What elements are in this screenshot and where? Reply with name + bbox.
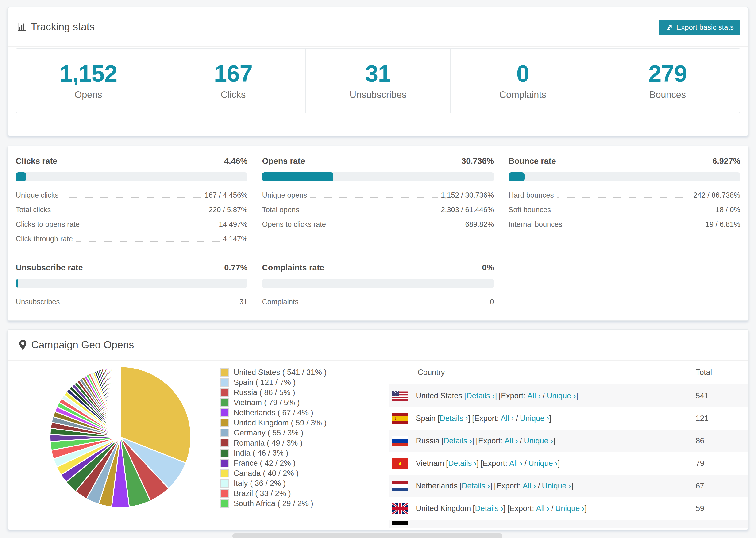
total-value: 79 xyxy=(696,459,748,468)
total-value: 86 xyxy=(696,436,748,445)
export-basic-stats-button[interactable]: Export basic stats xyxy=(659,20,740,35)
export-all-link[interactable]: All › xyxy=(536,504,549,512)
export-unique-link[interactable]: Unique › xyxy=(528,459,558,467)
flag-icon-united-kingdom xyxy=(392,503,408,514)
flag-icon-russia xyxy=(392,436,408,446)
total-value: 67 xyxy=(696,481,748,490)
map-pin-icon xyxy=(18,340,27,350)
complaints-count: 0 xyxy=(516,62,529,85)
export-all-link[interactable]: All › xyxy=(505,436,518,445)
dotted-leader xyxy=(329,227,462,227)
legend-swatch xyxy=(220,439,229,447)
total-value: 59 xyxy=(696,504,748,513)
legend-item: India ( 46 / 3% ) xyxy=(220,448,352,458)
details-link[interactable]: Details › xyxy=(440,414,468,422)
total-column-header: Total xyxy=(696,368,748,377)
progress-track xyxy=(509,172,740,181)
export-unique-link[interactable]: Unique › xyxy=(542,481,571,490)
progress-fill xyxy=(509,172,524,181)
table-row: United Kingdom[Details ›][Export:All ›/U… xyxy=(389,497,748,520)
stat-row: Clicks to opens rate14.497% xyxy=(16,220,247,229)
stat-row: Complaints0 xyxy=(262,297,494,306)
page-title: Tracking stats xyxy=(31,21,95,32)
details-link[interactable]: Details › xyxy=(448,459,477,467)
export-unique-link[interactable]: Unique › xyxy=(547,391,576,400)
dotted-leader xyxy=(303,212,438,212)
export-unique-link[interactable]: Unique › xyxy=(555,504,585,512)
legend-item: Russia ( 86 / 5% ) xyxy=(220,387,352,398)
legend-swatch xyxy=(220,469,229,477)
export-icon xyxy=(665,24,673,31)
stat-row: Total clicks220 / 5.87% xyxy=(16,206,247,214)
details-link[interactable]: Details › xyxy=(466,391,495,400)
progress-track xyxy=(262,172,494,181)
legend-item: Netherlands ( 67 / 4% ) xyxy=(220,407,352,418)
bounce-rate-block: Bounce rate 6.927% Hard bounces242 / 86.… xyxy=(509,156,740,249)
export-all-link[interactable]: All › xyxy=(523,481,536,490)
stat-row: Soft bounces18 / 0% xyxy=(509,206,740,214)
rates-row-2: Unsubscribe rate 0.77% Unsubscribes31 Co… xyxy=(16,263,740,312)
table-row: Russia[Details ›][Export:All ›/Unique ›]… xyxy=(389,430,748,452)
tracking-stats-header: Tracking stats Export basic stats xyxy=(8,7,748,47)
tracking-stats-card: Tracking stats Export basic stats 1,152 … xyxy=(7,7,749,136)
details-link[interactable]: Details › xyxy=(461,481,490,490)
progress-fill xyxy=(16,279,18,288)
legend-swatch xyxy=(220,429,229,437)
rate-title: Bounce rate xyxy=(509,156,556,166)
campaign-geo-opens-card: Campaign Geo Opens United States ( 541 /… xyxy=(7,329,749,530)
total-value: 541 xyxy=(696,391,748,400)
legend-item: Italy ( 36 / 2% ) xyxy=(220,478,352,488)
summary-card-clicks: 167 Clicks xyxy=(161,49,306,113)
country-name: Netherlands xyxy=(416,481,458,490)
legend-item: United Kingdom ( 59 / 3% ) xyxy=(220,418,352,428)
details-link[interactable]: Details › xyxy=(444,436,472,445)
export-all-link[interactable]: All › xyxy=(509,459,523,467)
legend-item: France ( 42 / 2% ) xyxy=(220,458,352,468)
legend-swatch xyxy=(220,449,229,457)
legend-item: Canada ( 40 / 2% ) xyxy=(220,468,352,478)
dotted-leader xyxy=(76,241,220,242)
flag-icon-netherlands xyxy=(392,481,408,491)
rates-card: Clicks rate 4.46% Unique clicks167 / 4.4… xyxy=(7,145,749,321)
horizontal-scrollbar-thumb[interactable] xyxy=(233,533,503,538)
flag-icon-germany xyxy=(392,521,408,525)
total-value: 121 xyxy=(696,414,748,423)
country-name: Vietnam xyxy=(416,459,444,467)
opens-count: 1,152 xyxy=(60,62,117,85)
stat-row: Unique clicks167 / 4.456% xyxy=(16,191,247,199)
stat-row: Total opens2,303 / 61.446% xyxy=(262,206,494,214)
legend-swatch xyxy=(220,479,229,488)
dotted-leader xyxy=(566,227,702,227)
table-row-partial xyxy=(389,520,748,528)
rate-value: 0% xyxy=(482,263,494,272)
dotted-leader xyxy=(54,212,205,212)
country-name: Spain xyxy=(416,414,436,422)
rate-value: 0.77% xyxy=(224,263,247,272)
dashboard-page: Tracking stats Export basic stats 1,152 … xyxy=(0,0,756,538)
unsubscribe-rate-block: Unsubscribe rate 0.77% Unsubscribes31 xyxy=(16,263,247,312)
geo-header: Campaign Geo Opens xyxy=(8,330,748,360)
dotted-leader xyxy=(63,304,236,304)
details-link[interactable]: Details › xyxy=(475,504,503,512)
rate-title: Opens rate xyxy=(262,156,305,166)
geo-pie-chart xyxy=(45,362,195,512)
rate-title: Unsubscribe rate xyxy=(16,263,83,272)
geo-body: United States ( 541 / 31% ) Spain ( 121 … xyxy=(8,360,748,528)
stat-row: Unsubscribes31 xyxy=(16,297,247,306)
export-unique-link[interactable]: Unique › xyxy=(520,414,549,422)
country-column-header: Country xyxy=(389,368,696,377)
table-row: United States[Details ›][Export:All ›/Un… xyxy=(389,385,748,407)
legend-item: Spain ( 121 / 7% ) xyxy=(220,377,352,387)
export-unique-link[interactable]: Unique › xyxy=(524,436,553,445)
legend-item: United States ( 541 / 31% ) xyxy=(220,367,352,377)
rate-title: Clicks rate xyxy=(16,156,57,166)
rate-value: 30.736% xyxy=(461,156,494,166)
legend-swatch xyxy=(220,489,229,498)
table-row: Vietnam[Details ›][Export:All ›/Unique ›… xyxy=(389,452,748,475)
flag-icon-spain xyxy=(392,413,408,424)
export-all-link[interactable]: All › xyxy=(501,414,514,422)
country-name: United States xyxy=(416,391,462,400)
dotted-leader xyxy=(302,304,486,304)
table-row: Netherlands[Details ›][Export:All ›/Uniq… xyxy=(389,475,748,497)
export-all-link[interactable]: All › xyxy=(527,391,541,400)
